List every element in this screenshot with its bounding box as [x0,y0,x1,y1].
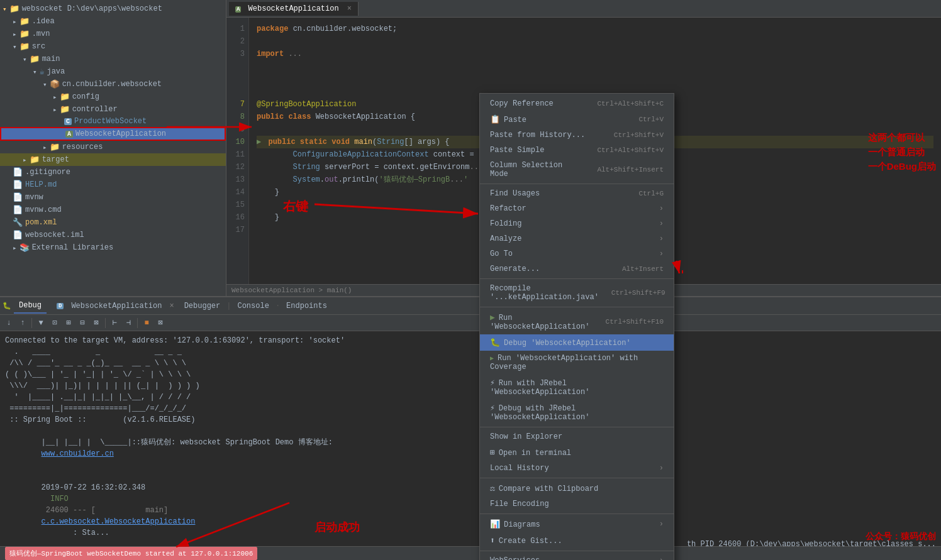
tree-idea[interactable]: ▸ 📁 .idea [0,15,226,28]
menu-folding[interactable]: Folding › [480,216,674,231]
menu-paste-history[interactable]: Paste from History... Ctrl+Shift+V [480,128,674,143]
menu-sep-1 [480,184,674,184]
ascii-art-1: . ____ _ __ _ _ [5,346,936,358]
toolbar-btn-2[interactable]: ↑ [16,317,29,329]
menu-debug-jrebel[interactable]: ⚡Debug with JRebel 'WebsocketApplication… [480,400,674,425]
public-account-annotation: 公众号：猿码优创 [866,531,936,542]
panel-tab-debugger[interactable]: Debugger [179,299,226,313]
top-area: ▾ 📁 websocket D:\dev\apps\websocket ▸ 📁 … [0,0,941,296]
context-menu: Copy Reference Ctrl+Alt+Shift+C 📋Paste C… [479,93,674,560]
panel-tab-debug[interactable]: Debug [14,299,47,314]
tree-product-websocket[interactable]: C ProductWebSocket [0,116,226,127]
menu-show-explorer[interactable]: Show in Explorer [480,429,674,444]
menu-sep-2 [480,278,674,279]
menu-sep-4 [480,427,674,427]
tree-iml[interactable]: 📄 websocket.iml [0,229,226,241]
close-debug-tab[interactable]: × [169,302,174,310]
menu-recompile[interactable]: Recompile '...ketApplication.java' Ctrl+… [480,281,674,305]
menu-paste-simple[interactable]: Paste Simple Ctrl+Alt+Shift+V [480,143,674,158]
menu-sep-3 [480,307,674,307]
main-layout: ▾ 📁 websocket D:\dev\apps\websocket ▸ 📁 … [0,0,941,560]
status-left: 猿码优创—SpringBoot webSocketDemo started at… [5,547,257,560]
tab-websocket-application[interactable]: A WebsocketApplication × [229,2,359,16]
tree-mvn[interactable]: ▸ 📁 .mvn [0,28,226,40]
toolbar-sep-2 [105,318,106,328]
menu-create-gist[interactable]: ⬆Create Gist... [480,532,674,549]
ascii-art-2: /\\ / ___'_ __ _ _(_)_ __ __ _ \ \ \ \ [5,358,936,369]
close-tab-icon[interactable]: × [347,4,352,13]
tree-package[interactable]: ▾ 📦 cn.cnbuilder.websocket [0,78,226,91]
tree-java[interactable]: ▾ ☕ java [0,65,226,78]
menu-local-history[interactable]: Local History › [480,461,674,476]
side-annotation: 这两个都可以 一个普通启动 一个DeBug启动 [868,132,936,173]
blog-link[interactable]: www.cnbuilder.cn [42,449,114,458]
toolbar-btn-3[interactable]: ⊡ [48,317,61,329]
toolbar-btn-7[interactable]: ⊢ [108,317,121,329]
menu-copy-reference[interactable]: Copy Reference Ctrl+Alt+Shift+C [480,96,674,111]
console-line: Connected to the target VM, address: '12… [5,335,936,346]
menu-compare-clipboard[interactable]: ⚖Compare with Clipboard [480,480,674,497]
toolbar-btn-stop[interactable]: ■ [140,317,153,329]
toolbar-btn-5[interactable]: ⊟ [76,317,89,329]
menu-run[interactable]: ▶Run 'WebsocketApplication' Ctrl+Shift+F… [480,309,674,334]
panel-tab-websocketapp[interactable]: WebsocketApplication [66,299,167,313]
ascii-art-5: ' |____| .__|_| |_|_| |_\__, | / / / / [5,392,936,403]
tree-src[interactable]: ▾ 📁 src [0,40,226,53]
panel-tab-console[interactable]: Console [232,299,274,313]
right-key-annotation: 右键 [283,198,308,215]
panel-tab-endpoints[interactable]: Endpoints [281,299,332,313]
console-output[interactable]: Connected to the target VM, address: '12… [0,331,941,546]
toolbar-btn-1[interactable]: ↓ [3,317,15,329]
menu-analyze[interactable]: Analyze › [480,231,674,246]
run-gutter-icon[interactable]: ▶ [257,138,261,146]
tree-resources[interactable]: ▸ 📁 resources [0,141,226,153]
ascii-art-3: ( ( )\___ | '_ | '_| | '_ \/ _` | \ \ \ … [5,369,936,380]
menu-paste[interactable]: 📋Paste Ctrl+V [480,111,674,128]
tree-websocket-application[interactable]: A WebsocketApplication [0,127,226,141]
menu-refactor[interactable]: Refactor › [480,201,674,216]
menu-debug[interactable]: 🐛Debug 'WebsocketApplication' [480,334,674,351]
menu-file-encoding[interactable]: File Encoding [480,497,674,512]
console-blog-link: |__| |__| | \_____|::猿码优创: websocket Spr… [5,425,936,471]
toolbar-sep-1 [31,318,32,328]
project-sidebar: ▾ 📁 websocket D:\dev\apps\websocket ▸ 📁 … [0,0,226,296]
tree-external-libs[interactable]: ▸ 📚 External Libraries [0,241,226,254]
editor-tabs: A WebsocketApplication × [226,0,941,18]
toolbar-btn-6[interactable]: ⊠ [90,317,103,329]
tree-help[interactable]: 📄 HELP.md [0,178,226,191]
toolbar-btn-8[interactable]: ⊣ [122,317,135,329]
tree-root[interactable]: ▾ 📁 websocket D:\dev\apps\websocket [0,3,226,15]
tree-target[interactable]: ▸ 📁 target [0,153,226,166]
tree-mvnw-cmd[interactable]: 📄 mvnw.cmd [0,204,226,216]
menu-run-coverage[interactable]: ▶Run 'WebsocketApplication' with Coverag… [480,351,674,375]
tree-mvnw[interactable]: 📄 mvnw [0,191,226,204]
menu-diagrams[interactable]: 📊Diagrams › [480,516,674,532]
toolbar-btn-filter[interactable]: ▼ [35,317,47,329]
tree-pom[interactable]: 🔧 pom.xml [0,216,226,229]
menu-open-terminal[interactable]: ⊞Open in terminal [480,444,674,461]
menu-run-jrebel[interactable]: ⚡Run with JRebel 'WebsocketApplication' [480,375,674,400]
toolbar-btn-4[interactable]: ⊞ [62,317,75,329]
menu-column-selection[interactable]: Column Selection Mode Alt+Shift+Insert [480,158,674,182]
toolbar-sep-3 [137,318,138,328]
menu-sep-5 [480,478,674,478]
panel-tabs: 🐛 Debug D WebsocketApplication × Debugge… [0,297,941,315]
menu-goto[interactable]: Go To › [480,246,674,261]
ascii-art-4: \\\/ ___)| |_)| | | | | || (_| | ) ) ) ) [5,380,936,392]
tree-controller[interactable]: ▸ 📁 controller [0,103,226,116]
menu-find-usages[interactable]: Find Usages Ctrl+G [480,186,674,201]
ascii-art-7: :: Spring Boot :: (v2.1.6.RELEASE) [5,414,936,425]
tree-gitignore[interactable]: 📄 .gitignore [0,166,226,178]
bottom-panel: 🐛 Debug D WebsocketApplication × Debugge… [0,296,941,560]
menu-sep-7 [480,551,674,551]
start-success-annotation: 启动成功 [315,520,360,535]
tree-main[interactable]: ▾ 📁 main [0,53,226,65]
toolbar-btn-close[interactable]: ⊠ [154,317,167,329]
tree-config[interactable]: ▸ 📁 config [0,91,226,103]
ascii-art-6: =========|_|==============|___/=/_/_/_/ [5,403,936,414]
menu-webservices[interactable]: WebServices › [480,553,674,560]
menu-generate[interactable]: Generate... Alt+Insert [480,261,674,277]
log-line-1: 2019-07-22 16:32:02.348 INFO 24600 --- [… [5,471,936,546]
panel-toolbar: ↓ ↑ ▼ ⊡ ⊞ ⊟ ⊠ ⊢ ⊣ ■ ⊠ [0,315,941,331]
menu-sep-6 [480,513,674,514]
